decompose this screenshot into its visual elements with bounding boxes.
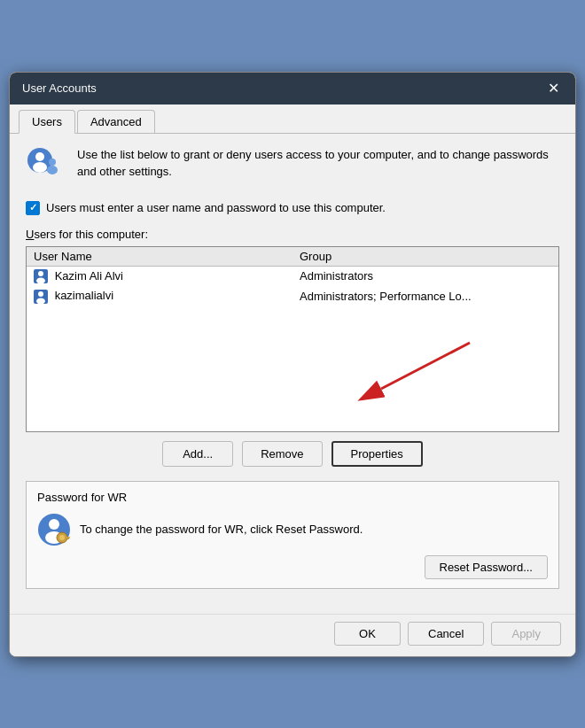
title-bar: User Accounts ✕ — [10, 73, 575, 105]
password-section: Password for WR To change the password f… — [26, 481, 559, 589]
tab-bar: Users Advanced — [10, 105, 575, 134]
svg-line-12 — [381, 343, 470, 389]
col-header-username: User Name — [27, 247, 292, 267]
info-row: Use the list below to grant or deny user… — [26, 146, 559, 189]
bottom-bar: OK Cancel Apply — [10, 614, 575, 656]
group-cell-2: Administrators; Performance Lo... — [292, 286, 558, 306]
cancel-button[interactable]: Cancel — [408, 622, 484, 646]
password-description: To change the password for WR, click Res… — [80, 523, 363, 536]
tab-advanced[interactable]: Advanced — [77, 110, 155, 133]
svg-point-9 — [38, 291, 43, 297]
properties-button[interactable]: Properties — [332, 441, 423, 467]
reset-password-button[interactable]: Reset Password... — [425, 555, 549, 579]
add-button[interactable]: Add... — [162, 441, 233, 467]
group-cell-1: Administrators — [292, 266, 558, 286]
password-icon — [37, 513, 71, 546]
svg-point-4 — [47, 166, 58, 174]
require-login-checkbox[interactable]: ✓ — [26, 201, 40, 215]
checkbox-row[interactable]: ✓ Users must enter a user name and passw… — [26, 201, 559, 215]
table-row[interactable]: kazimalialvi Administrators; Performance… — [27, 286, 558, 306]
ok-button[interactable]: OK — [334, 622, 401, 646]
username-cell: Kazim Ali Alvi — [27, 266, 292, 286]
svg-point-3 — [49, 159, 56, 166]
dialog-window: User Accounts ✕ Users Advanced — [9, 72, 576, 657]
user-icon-2 — [34, 290, 48, 304]
svg-point-2 — [33, 162, 47, 173]
red-arrow-annotation — [328, 334, 488, 405]
username-cell-2: kazimalialvi — [27, 286, 292, 306]
users-icon — [26, 146, 68, 189]
user-table: User Name Group — [27, 247, 558, 306]
svg-point-1 — [35, 152, 44, 161]
user-action-buttons: Add... Remove Properties — [26, 441, 559, 467]
user-table-wrapper: User Name Group — [26, 246, 559, 432]
table-row[interactable]: Kazim Ali Alvi Administrators — [27, 266, 558, 286]
svg-point-17 — [59, 535, 65, 540]
user-icon-1 — [34, 269, 48, 283]
main-content: Use the list below to grant or deny user… — [10, 134, 575, 614]
svg-point-14 — [49, 519, 59, 530]
col-header-group: Group — [292, 247, 558, 267]
dialog-title: User Accounts — [22, 81, 97, 95]
users-section-label: Users for this computer: — [26, 228, 559, 241]
svg-rect-19 — [67, 537, 69, 539]
close-button[interactable]: ✕ — [543, 79, 563, 98]
tab-users[interactable]: Users — [19, 110, 75, 134]
svg-point-6 — [38, 271, 43, 276]
password-row: To change the password for WR, click Res… — [37, 513, 548, 546]
password-section-title: Password for WR — [37, 491, 548, 504]
apply-button[interactable]: Apply — [491, 622, 561, 646]
checkbox-label: Users must enter a user name and passwor… — [46, 201, 386, 214]
remove-button[interactable]: Remove — [242, 441, 322, 467]
info-text: Use the list below to grant or deny user… — [77, 146, 559, 181]
reset-btn-row: Reset Password... — [37, 555, 548, 579]
